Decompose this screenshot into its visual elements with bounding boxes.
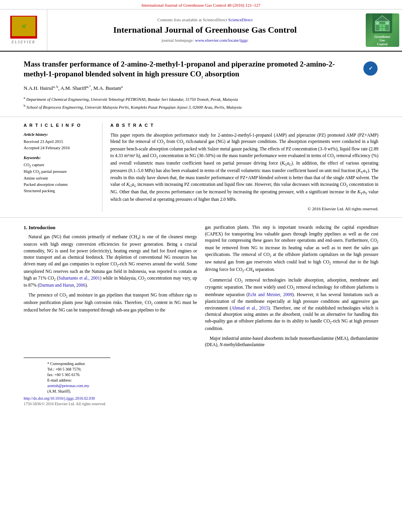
svg-rect-6 (376, 22, 379, 25)
journal-reference-bar: International Journal of Greenhouse Gas … (0, 0, 402, 9)
doi-section: http://dx.doi.org/10.1016/j.ijggc.2016.0… (0, 394, 402, 411)
abstract-text: This paper reports the absorption perfor… (110, 132, 378, 203)
elsevier-wordmark: ELSEVIER (10, 39, 37, 45)
ref-darman[interactable]: Darman and Harun, 2006 (39, 283, 86, 287)
body-column-right: gas purification plants. This step is im… (205, 224, 378, 351)
received-date: Received 23 April 2015 (24, 139, 95, 145)
section-heading-intro: 1. Introduction (24, 224, 197, 231)
intro-para-4: Commercial CO2 removal technologies incl… (205, 277, 378, 332)
svg-rect-7 (385, 22, 389, 25)
sciencedirect-link[interactable]: ScienceDirect (228, 17, 253, 22)
keyword-4: Packed absorption column (24, 182, 95, 188)
crossmark-logo: ✓ (363, 59, 378, 76)
article-info-panel: A R T I C L E I N F O Article history: R… (24, 122, 102, 212)
greenhouse-logo-box: Greenhouse Gas Control (366, 13, 399, 47)
footnote-section: * Corresponding author. Tel.: +60 5 368 … (24, 358, 110, 394)
journal-title-area: Contents lists available at ScienceDirec… (47, 9, 363, 51)
journal-header: 🌿 ELSEVIER Contents lists available at S… (0, 9, 402, 52)
journal-homepage: journal homepage: www.elsevier.com/locat… (162, 37, 248, 43)
keywords-heading: Keywords: (24, 155, 95, 161)
elsevier-box: 🌿 (10, 16, 37, 39)
article-header: Mass transfer performance of 2-amino-2-m… (0, 52, 402, 117)
journal-title: International Journal of Greenhouse Gas … (113, 25, 297, 35)
ref-suhartanto[interactable]: Suhartanto et al., 2001 (58, 276, 100, 280)
body-column-left: 1. Introduction Natural gas (NG) that co… (24, 224, 197, 351)
ref-echt[interactable]: Echt and Meister, 2009 (248, 292, 292, 297)
affiliations: a Department of Chemical Engineering, Un… (24, 95, 378, 110)
body-section: 1. Introduction Natural gas (NG) that co… (0, 218, 402, 358)
article-history-heading: Article history: (24, 132, 95, 137)
crossmark-icon: ✓ (363, 61, 378, 76)
keywords-section: Keywords: CO2 capture High CO2 partial p… (24, 155, 95, 194)
homepage-url[interactable]: www.elsevier.com/locate/ijggc (195, 38, 249, 43)
contents-line: Contents lists available at ScienceDirec… (157, 17, 253, 23)
keyword-5: Structured packing (24, 188, 95, 194)
abstract-panel: A B S T R A C T This paper reports the a… (110, 122, 378, 212)
ref-ahmad[interactable]: Ahmad et al., 2015 (231, 306, 268, 310)
intro-para-5: Major industrial amine-based absorbents … (205, 335, 378, 348)
keyword-3: Amine solvent (24, 176, 95, 182)
intro-para-1: Natural gas (NG) that consists primarily… (24, 234, 197, 289)
copyright-line: © 2016 Elsevier Ltd. All rights reserved… (110, 206, 378, 212)
article-title-area: Mass transfer performance of 2-amino-2-m… (24, 59, 378, 80)
affiliation-a: a Department of Chemical Engineering, Un… (24, 95, 378, 102)
accepted-date: Accepted 24 February 2016 (24, 145, 95, 151)
footnote-corresponding: * Corresponding author. Tel.: +60 5 368 … (47, 361, 87, 378)
affiliation-b: b School of Bioprocess Engineering, Univ… (24, 103, 378, 110)
email-link[interactable]: azmish@petronas.com.my (47, 384, 89, 388)
journal-ref-text: International Journal of Greenhouse Gas … (141, 3, 261, 7)
greenhouse-logo-label: Greenhouse Gas Control (374, 33, 391, 47)
greenhouse-gas-control-logo: Greenhouse Gas Control (363, 9, 402, 51)
keyword-1: CO2 capture (24, 162, 95, 169)
intro-para-2: The presence of CO2 and moisture in gas … (24, 292, 197, 313)
info-abstract-section: A R T I C L E I N F O Article history: R… (0, 117, 402, 218)
authors-line: N.A.H. Hairula, b, A.M. Shariffa,*, M.A.… (24, 84, 378, 92)
abstract-heading: A B S T R A C T (110, 122, 378, 128)
intro-para-3: gas purification plants. This step is im… (205, 224, 378, 274)
elsevier-logo: 🌿 ELSEVIER (0, 9, 47, 51)
article-info-heading: A R T I C L E I N F O (24, 122, 95, 128)
article-title-text: Mass transfer performance of 2-amino-2-m… (24, 59, 363, 80)
footnote-email: E-mail address: azmish@petronas.com.my (… (47, 378, 87, 394)
keyword-2: High CO2 partial pressure (24, 169, 95, 175)
issn-line: 1750-5836/© 2016 Elsevier Ltd. All right… (24, 401, 378, 407)
doi-url[interactable]: http://dx.doi.org/10.1016/j.ijggc.2016.0… (24, 396, 378, 401)
